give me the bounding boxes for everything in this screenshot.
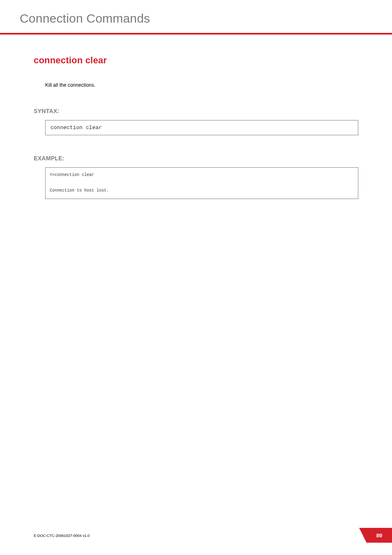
example-code-box: =>connection clear Connection to host lo… [45, 167, 358, 199]
example-label: EXAMPLE: [34, 155, 358, 162]
syntax-label: SYNTAX: [34, 108, 358, 114]
command-description: Kill all the connections. [45, 82, 358, 88]
command-title: connection clear [34, 55, 358, 66]
page-number: 89 [376, 532, 382, 539]
page-header-title: Connection Commands [20, 12, 392, 25]
content-area: connection clear Kill all the connection… [0, 35, 392, 199]
syntax-code-box: connection clear [45, 120, 358, 135]
footer-doc-id: E-DOC-CTC-20061027-0004 v1.0 [34, 534, 90, 538]
page-header: Connection Commands [0, 0, 392, 25]
page-number-badge: 89 [367, 528, 392, 543]
